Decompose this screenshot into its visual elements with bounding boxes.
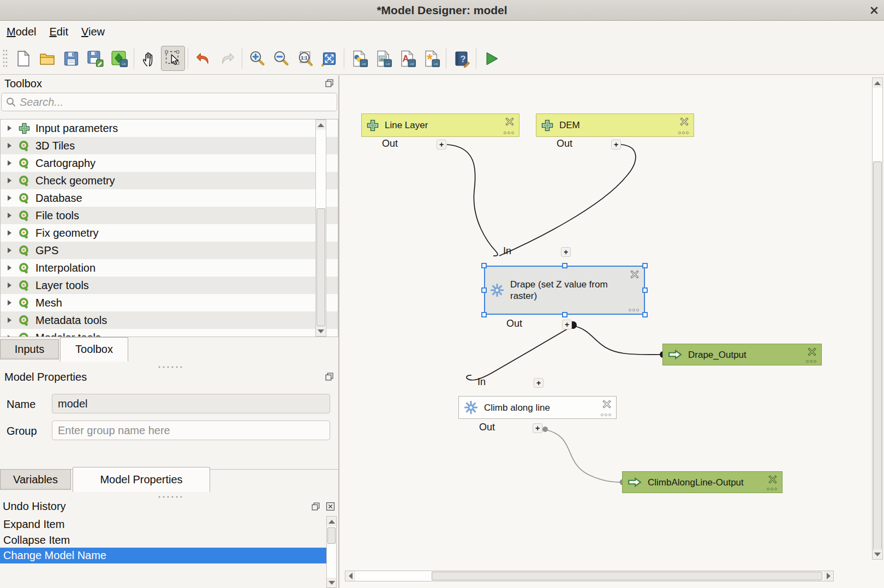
node-options-dots-icon[interactable] — [504, 131, 514, 134]
scrollbar-thumb[interactable] — [316, 208, 325, 326]
open-model-button[interactable] — [35, 46, 59, 71]
tab-toolbox[interactable]: Toolbox — [60, 337, 128, 362]
scrollbar-thumb[interactable] — [873, 161, 882, 550]
scroll-right-button[interactable] — [823, 571, 833, 581]
expander-icon[interactable] — [8, 265, 11, 271]
toolbox-item-fix-geometry[interactable]: Fix geometry — [1, 224, 338, 242]
tab-inputs[interactable]: Inputs — [0, 339, 59, 359]
zoom-actual-button[interactable]: 1:1 — [293, 46, 317, 71]
scroll-up-button[interactable] — [316, 120, 326, 130]
selection-handle[interactable] — [642, 312, 648, 317]
expand-port-button[interactable]: + — [562, 320, 572, 329]
selection-handle[interactable] — [481, 263, 487, 268]
remove-node-icon[interactable] — [630, 269, 640, 279]
remove-node-icon[interactable] — [602, 399, 612, 409]
canvas-hscrollbar[interactable] — [345, 571, 834, 581]
node-options-dots-icon[interactable] — [806, 360, 816, 363]
titlebar[interactable]: *Model Designer: model — [0, 0, 884, 21]
expand-port-button[interactable]: + — [534, 378, 543, 388]
redo-button[interactable] — [215, 46, 239, 71]
close-panel-icon[interactable] — [326, 502, 335, 511]
node-line-layer[interactable]: Line Layer — [361, 113, 519, 137]
menu-model[interactable]: Model — [0, 22, 43, 41]
toolbox-tree-scrollbar[interactable] — [315, 119, 326, 337]
node-options-dots-icon[interactable] — [767, 488, 777, 490]
node-options-dots-icon[interactable] — [629, 309, 639, 311]
toolbox-search[interactable] — [1, 93, 337, 111]
zoom-out-button[interactable] — [269, 46, 293, 71]
pan-tool-button[interactable] — [137, 46, 161, 71]
toolbox-item-file-tools[interactable]: File tools — [1, 207, 338, 224]
zoom-in-button[interactable] — [245, 46, 269, 71]
scroll-up-button[interactable] — [327, 517, 336, 526]
toolbox-item-check-geometry[interactable]: Check geometry — [1, 172, 338, 189]
toolbox-item-gps[interactable]: GPS — [1, 242, 338, 259]
model-group-input[interactable] — [52, 421, 330, 440]
export-svg-button[interactable]: *→ — [419, 46, 443, 71]
node-options-dots-icon[interactable] — [678, 131, 689, 134]
expander-icon[interactable] — [8, 160, 11, 166]
node-dem[interactable]: DEM — [536, 113, 694, 137]
node-drape-output[interactable]: Drape_Output — [662, 344, 822, 365]
toolbar-grip-icon[interactable] — [2, 47, 9, 69]
expander-icon[interactable] — [8, 213, 11, 218]
toolbox-item-layer-tools[interactable]: Layer tools — [1, 277, 338, 294]
float-panel-icon[interactable] — [325, 79, 334, 88]
save-model-button[interactable] — [59, 46, 83, 71]
selection-handle[interactable] — [562, 263, 568, 268]
expand-port-button[interactable]: + — [611, 140, 621, 149]
expander-icon[interactable] — [8, 248, 11, 253]
expander-icon[interactable] — [8, 125, 11, 131]
node-climbalongline-output[interactable]: ClimbAlongLine-Output — [622, 471, 783, 493]
selection-handle[interactable] — [481, 287, 487, 293]
node-drape[interactable]: Drape (set Z value from raster) — [484, 266, 645, 315]
expand-port-button[interactable]: + — [437, 140, 446, 149]
search-input[interactable] — [20, 96, 332, 109]
scrollbar-thumb[interactable] — [432, 572, 822, 580]
export-model-button[interactable]: → — [107, 46, 131, 71]
save-model-as-button[interactable] — [83, 46, 107, 71]
new-model-button[interactable] — [11, 46, 35, 71]
toolbox-item-input-parameters[interactable]: Input parameters — [1, 119, 338, 137]
export-pdf-button[interactable]: A→ — [395, 46, 419, 71]
scrollbar-thumb[interactable] — [327, 527, 336, 544]
expander-icon[interactable] — [8, 195, 11, 201]
selection-handle[interactable] — [642, 263, 648, 268]
expander-icon[interactable] — [8, 230, 11, 236]
undo-item-expand[interactable]: Expand Item — [0, 517, 326, 532]
scroll-down-button[interactable] — [316, 326, 326, 336]
toolbox-item-cartography[interactable]: Cartography — [1, 154, 338, 172]
undo-button[interactable] — [191, 46, 215, 71]
tab-variables[interactable]: Variables — [0, 469, 71, 490]
selection-handle[interactable] — [562, 312, 568, 317]
splitter-handle-icon[interactable] — [157, 365, 182, 369]
expander-icon[interactable] — [8, 143, 11, 148]
menu-edit[interactable]: Edit — [43, 22, 74, 41]
expander-icon[interactable] — [8, 300, 11, 305]
splitter-handle-icon[interactable] — [157, 495, 182, 499]
menu-view[interactable]: View — [75, 22, 111, 41]
toolbox-item-mesh[interactable]: Mesh — [1, 294, 338, 311]
float-panel-icon[interactable] — [325, 372, 334, 381]
remove-node-icon[interactable] — [505, 117, 515, 127]
undo-item-change-model-name[interactable]: Change Model Name — [0, 548, 326, 563]
model-name-input[interactable] — [52, 394, 330, 413]
float-panel-icon[interactable] — [311, 502, 320, 511]
remove-node-icon[interactable] — [768, 475, 778, 484]
toolbox-item-database[interactable]: Database — [1, 189, 338, 207]
scroll-down-button[interactable] — [327, 578, 336, 587]
expander-icon[interactable] — [8, 335, 11, 337]
run-model-button[interactable] — [479, 46, 503, 71]
selection-handle[interactable] — [481, 312, 487, 317]
toolbox-item-interpolation[interactable]: Interpolation — [1, 259, 338, 277]
remove-node-icon[interactable] — [679, 117, 689, 127]
undo-history-scrollbar[interactable] — [326, 516, 337, 588]
zoom-full-button[interactable] — [317, 46, 341, 71]
expander-icon[interactable] — [8, 283, 11, 288]
tab-model-properties[interactable]: Model Properties — [73, 467, 210, 492]
model-canvas[interactable]: Line Layer Out + DEM Out + In + Drape (s… — [339, 76, 884, 588]
export-python-button[interactable]: → — [347, 46, 371, 71]
toolbox-item-modeler-tools[interactable]: Modeler tools — [1, 329, 338, 337]
expand-port-button[interactable]: + — [561, 247, 571, 257]
expander-icon[interactable] — [8, 317, 11, 323]
